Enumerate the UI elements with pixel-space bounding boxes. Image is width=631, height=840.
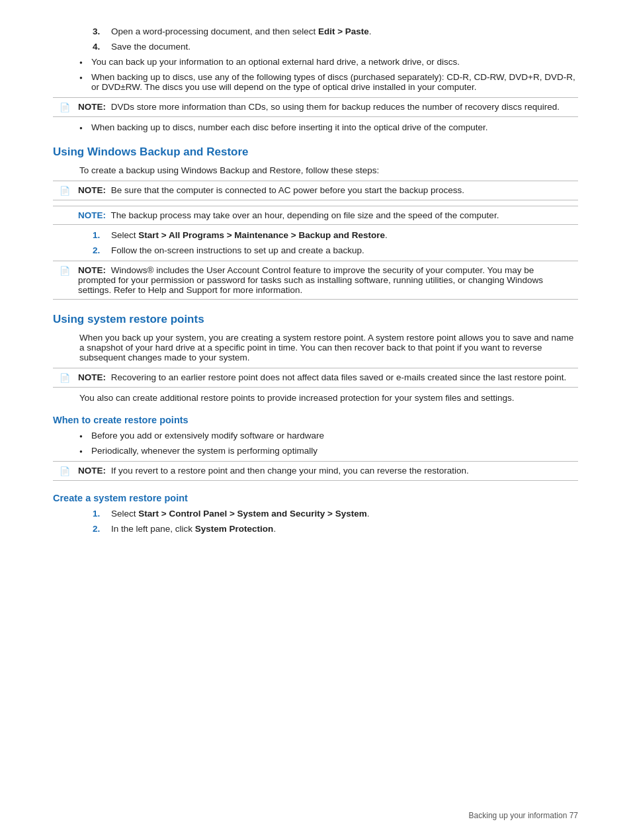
section2-intro: When you back up your system, you are cr… — [53, 333, 578, 362]
restore-step-2-num: 2. — [93, 524, 111, 534]
note-uac-text: NOTE: Windows® includes the User Account… — [78, 265, 571, 295]
bullet-disc-types: ● When backing up to discs, use any of t… — [53, 72, 578, 92]
note-dvd-text: NOTE: DVDs store more information than C… — [78, 102, 571, 112]
note-ac-text: NOTE: Be sure that the computer is conne… — [78, 185, 571, 195]
backup-step-1-content: Select Start > All Programs > Maintenanc… — [111, 230, 578, 240]
restore-step-1: 1. Select Start > Control Panel > System… — [53, 509, 578, 519]
note-ac-label: NOTE: — [78, 185, 106, 195]
bullet-backup-drives: ● You can back up your information to an… — [53, 57, 578, 67]
backup-step-1: 1. Select Start > All Programs > Mainten… — [53, 230, 578, 240]
note-dvd: 📄 NOTE: DVDs store more information than… — [53, 97, 578, 117]
backup-step-2: 2. Follow the on-screen instructions to … — [53, 245, 578, 255]
note-time: NOTE: The backup process may take over a… — [53, 206, 578, 225]
note-revert-label: NOTE: — [78, 466, 106, 476]
note-recover-icon: 📄 — [60, 372, 74, 383]
section1-intro: To create a backup using Windows Backup … — [53, 165, 578, 175]
restore-bullet-1-text: Before you add or extensively modify sof… — [91, 431, 578, 441]
bullet-number-disc-text: When backing up to discs, number each di… — [91, 122, 578, 132]
backup-step-2-content: Follow the on-screen instructions to set… — [111, 245, 578, 255]
restore-bullet-icon-1: ● — [79, 431, 91, 441]
note-uac: 📄 NOTE: Windows® includes the User Accou… — [53, 261, 578, 300]
step-3-num: 3. — [93, 26, 111, 36]
backup-step-2-num: 2. — [93, 245, 111, 255]
restore-step-1-num: 1. — [93, 509, 111, 519]
section2-additional: You also can create additional restore p… — [53, 393, 578, 403]
restore-step-2-content: In the left pane, click System Protectio… — [111, 524, 578, 534]
note-recover: 📄 NOTE: Recovering to an earlier restore… — [53, 368, 578, 388]
backup-step-1-num: 1. — [93, 230, 111, 240]
page-content: 3. Open a word-processing document, and … — [0, 0, 631, 579]
note-recover-label: NOTE: — [78, 372, 106, 382]
bullet-icon-2: ● — [79, 72, 91, 92]
page-footer: Backing up your information 77 — [469, 811, 578, 820]
note-revert-text: NOTE: If you revert to a restore point a… — [78, 466, 571, 476]
step-4: 4. Save the document. — [53, 42, 578, 52]
restore-bullet-2-text: Periodically, whenever the system is per… — [91, 446, 578, 456]
restore-bullet-icon-2: ● — [79, 446, 91, 456]
note-time-text: NOTE: The backup process may take over a… — [78, 210, 571, 220]
section1-heading: Using Windows Backup and Restore — [53, 146, 578, 159]
subsection2-heading: Create a system restore point — [53, 493, 578, 503]
note-uac-label: NOTE: — [78, 265, 106, 275]
note-ac-icon: 📄 — [60, 185, 74, 196]
bullet-disc-types-text: When backing up to discs, use any of the… — [91, 72, 578, 92]
step-4-num: 4. — [93, 42, 111, 52]
note-ac: 📄 NOTE: Be sure that the computer is con… — [53, 181, 578, 200]
note-revert-icon: 📄 — [60, 466, 74, 476]
step-4-content: Save the document. — [111, 42, 578, 52]
bullet-icon-1: ● — [79, 57, 91, 67]
step-3: 3. Open a word-processing document, and … — [53, 26, 578, 36]
bullet-number-disc: ● When backing up to discs, number each … — [53, 122, 578, 132]
bullet-icon-3: ● — [79, 122, 91, 132]
section2-heading: Using system restore points — [53, 313, 578, 326]
note-dvd-icon: 📄 — [60, 102, 74, 112]
note-revert: 📄 NOTE: If you revert to a restore point… — [53, 461, 578, 481]
restore-bullet-1: ● Before you add or extensively modify s… — [53, 431, 578, 441]
note-uac-icon: 📄 — [60, 265, 74, 276]
note-recover-text: NOTE: Recovering to an earlier restore p… — [78, 372, 571, 382]
subsection1-heading: When to create restore points — [53, 415, 578, 425]
note-dvd-label: NOTE: — [78, 102, 106, 112]
bullet-backup-drives-text: You can back up your information to an o… — [91, 57, 578, 67]
restore-step-1-content: Select Start > Control Panel > System an… — [111, 509, 578, 519]
note-time-label: NOTE: — [78, 210, 106, 220]
restore-step-2: 2. In the left pane, click System Protec… — [53, 524, 578, 534]
note-time-icon — [60, 210, 74, 211]
step-3-content: Open a word-processing document, and the… — [111, 26, 578, 36]
restore-bullet-2: ● Periodically, whenever the system is p… — [53, 446, 578, 456]
